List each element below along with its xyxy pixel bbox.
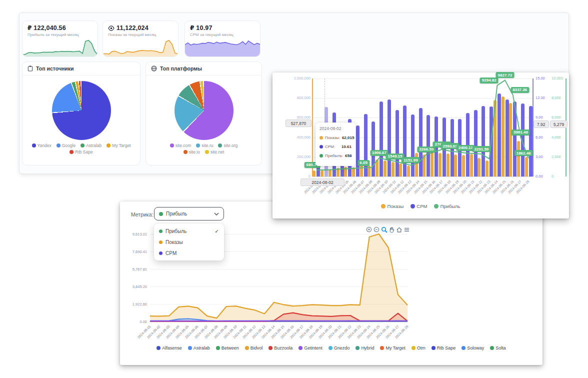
pan-icon[interactable] xyxy=(388,226,395,233)
top-platforms-card: Топ платформы site.comsite.rusite.orgsit… xyxy=(146,62,262,166)
pie-legend-item[interactable]: Astralab xyxy=(80,143,102,148)
pie-legend-item[interactable]: My Target xyxy=(106,143,130,148)
legend-dot xyxy=(56,144,60,148)
y-axis-tick: 3,845.20 xyxy=(124,284,147,289)
cpm-axis-tick: 9.00 xyxy=(536,115,552,120)
pie-legend-item[interactable]: Rtb Sape xyxy=(70,150,92,154)
sources-pie-chart[interactable] xyxy=(52,81,111,140)
y-axis-tick: 0.00 xyxy=(124,320,147,324)
platforms-pie-chart[interactable] xyxy=(174,81,234,140)
top-sources-header: Топ источники xyxy=(22,62,140,76)
legend-label: Bidvol xyxy=(250,346,263,350)
pie-legend-item[interactable]: site.net xyxy=(205,150,224,154)
top-platforms-title: Топ платформы xyxy=(160,66,202,72)
cpm-axis-tick: 3.00 xyxy=(536,154,552,159)
metric-option-показы[interactable]: Показы xyxy=(154,236,224,248)
metric-legend-item[interactable]: My Target xyxy=(380,346,405,350)
legend-dot xyxy=(80,144,84,148)
tooltip-row: CPM:10.61 xyxy=(320,144,352,149)
legend-label: Rtb Sape xyxy=(75,150,92,154)
cpm-axis-line xyxy=(532,78,534,176)
profit-point-label: 1151.99 xyxy=(402,157,420,163)
pie-legend-item[interactable]: Google xyxy=(56,143,76,148)
pie-legend-item[interactable]: site.ru xyxy=(196,143,213,148)
metric-dropdown-label: Метрика: xyxy=(131,212,153,218)
pie-legend-item[interactable]: site.org xyxy=(218,143,238,148)
metric-legend-item[interactable]: Solta xyxy=(490,346,506,350)
profit-point-label: 8337.36 xyxy=(510,87,529,93)
metric-option-dot xyxy=(159,240,162,244)
pie-legend-item[interactable]: site.io xyxy=(184,150,200,154)
platforms-pie-legend: site.comsite.rusite.orgsite.iosite.net xyxy=(164,143,244,154)
stat-value-cpm: 10.97 xyxy=(196,24,212,32)
pie-legend-item[interactable]: site.com xyxy=(170,143,192,148)
legend-dot xyxy=(268,346,272,350)
profit-point-label: 2266.53 xyxy=(417,146,436,152)
profit-point-label: 6.05 xyxy=(358,160,370,166)
chevron-down-icon xyxy=(214,212,219,216)
legend-label: Google xyxy=(62,143,76,148)
axis-tooltip-left: 527,870 xyxy=(286,120,312,127)
cpm-sparkline xyxy=(185,38,260,56)
legend-label: Getintent xyxy=(304,346,322,350)
legend-dot xyxy=(434,204,438,208)
legend-label: Показы xyxy=(387,204,404,209)
legend-dot xyxy=(410,204,415,208)
legend-dot xyxy=(205,150,209,154)
profit-sparkline xyxy=(22,38,98,56)
tooltip-value: 62,015 xyxy=(342,136,354,140)
zoom-in-icon[interactable] xyxy=(366,226,372,233)
legend-label: site.net xyxy=(210,150,224,154)
y-axis-tick-left: 400,000 xyxy=(282,135,310,140)
legend-dot xyxy=(490,346,494,350)
views-sparkline xyxy=(103,38,178,56)
cpm-axis-tick: 6.00 xyxy=(536,135,552,140)
combo-legend-item[interactable]: CPM xyxy=(410,204,427,209)
y-axis-tick-left: 200,000 xyxy=(282,154,310,159)
menu-icon[interactable] xyxy=(404,226,410,233)
metric-legend-item[interactable]: Soloway xyxy=(462,346,484,350)
metric-option-прибыль[interactable]: Прибыль✓ xyxy=(154,226,224,236)
metric-select[interactable]: Прибыль xyxy=(154,207,224,220)
legend-dot xyxy=(70,150,74,154)
cpm-axis-tick: 15.00 xyxy=(536,76,552,80)
legend-label: Astralab xyxy=(86,143,102,148)
stat-card-cpm: ₽ 10.97 CPM за текущий месяц xyxy=(184,20,260,57)
tooltip-label: Показы: xyxy=(325,136,340,140)
legend-dot xyxy=(432,346,436,350)
y-axis-tick-left: 1,000,000 xyxy=(282,76,310,80)
combo-chart-legend: ПоказыCPMПрибыль xyxy=(272,204,569,209)
legend-dot xyxy=(218,144,222,148)
x-axis-line xyxy=(312,176,532,177)
cpm-axis-tick: 0.00 xyxy=(536,174,552,178)
tooltip-series-dot xyxy=(320,154,323,158)
metric-legend-item[interactable]: Otm xyxy=(412,346,426,350)
zoom-out-icon[interactable] xyxy=(374,226,380,233)
cpm-axis-tick: 12.00 xyxy=(536,96,552,100)
home-icon[interactable] xyxy=(396,226,402,233)
combo-legend-item[interactable]: Прибыль xyxy=(434,204,460,209)
legend-label: Otm xyxy=(417,346,426,350)
profit-point-label: 9827.72 xyxy=(496,72,514,78)
metric-option-cpm[interactable]: CPM xyxy=(154,248,224,258)
legend-dot xyxy=(380,346,384,350)
eye-icon xyxy=(108,26,114,31)
combo-chart-panel: 2024-08-02Показы:62,015CPM:10.61Прибыль:… xyxy=(272,72,569,218)
tooltip-value: 10.61 xyxy=(342,144,352,149)
tooltip-series-dot xyxy=(320,136,323,140)
top-sources-title: Топ источники xyxy=(36,66,74,72)
legend-label: site.org xyxy=(224,143,238,148)
combo-legend-item[interactable]: Показы xyxy=(381,204,404,209)
axis-tooltip-date: 2024-08-02 xyxy=(300,178,344,186)
pie-legend-item[interactable]: Yandex xyxy=(32,143,52,148)
selection-zoom-icon[interactable] xyxy=(381,226,388,233)
legend-dot xyxy=(170,144,174,148)
checkmark-icon: ✓ xyxy=(215,228,219,234)
profit-point-label: 2291.59 xyxy=(472,146,490,152)
stat-card-header: ₽ 122,040.56 xyxy=(28,24,66,32)
legend-label: Yandex xyxy=(38,143,52,148)
stat-value-views: 11,122,024 xyxy=(116,24,148,32)
legend-label: Hybrid xyxy=(361,346,374,350)
profit-point-label: 1862.46 xyxy=(514,150,533,156)
metric-legend-item[interactable]: Rtb Sape xyxy=(432,346,456,350)
